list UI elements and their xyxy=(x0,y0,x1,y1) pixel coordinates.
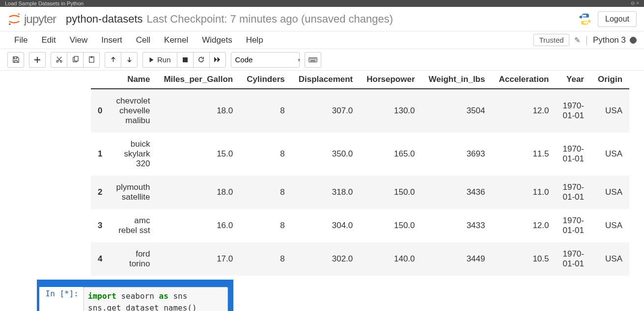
dataframe-table: NameMiles_per_GallonCylindersDisplacemen… xyxy=(91,71,629,276)
cell: 8 xyxy=(240,176,291,209)
cell: 18.0 xyxy=(157,89,240,132)
browser-tab: Load Sample Datasets in Python ⊖ × xyxy=(0,0,644,7)
cell: 3693 xyxy=(422,132,492,176)
paste-button[interactable] xyxy=(83,52,100,68)
cell: 304.0 xyxy=(292,209,360,242)
cell: 1970-01-01 xyxy=(556,209,591,242)
row-index: 4 xyxy=(91,242,109,276)
table-row: 0chevrolet chevelle malibu18.08307.0130.… xyxy=(91,89,629,132)
column-header: Year xyxy=(556,71,591,89)
column-header: Displacement xyxy=(292,71,360,89)
column-header: Horsepower xyxy=(360,71,421,89)
cell: 1970-01-01 xyxy=(556,242,591,276)
cell: 15.0 xyxy=(157,132,240,176)
cell: 12.0 xyxy=(492,209,556,242)
trusted-badge[interactable]: Trusted xyxy=(533,34,569,46)
cell: 10.5 xyxy=(492,242,556,276)
column-header: Weight_in_lbs xyxy=(422,71,492,89)
cell: chevrolet chevelle malibu xyxy=(109,89,157,132)
svg-rect-17 xyxy=(310,60,315,61)
interrupt-button[interactable] xyxy=(177,52,194,68)
cut-button[interactable] xyxy=(51,52,67,68)
svg-point-3 xyxy=(587,23,588,24)
cell: USA xyxy=(591,209,629,242)
divider: | xyxy=(586,34,588,46)
command-palette-button[interactable] xyxy=(305,52,321,68)
cell: amc rebel sst xyxy=(109,209,157,242)
kernel-indicator[interactable]: Python 3 xyxy=(593,35,637,45)
cell: 130.0 xyxy=(360,89,421,132)
cell: 1970-01-01 xyxy=(556,89,591,132)
menu-view[interactable]: View xyxy=(63,32,95,48)
restart-run-all-button[interactable] xyxy=(209,52,226,68)
cell: 18.0 xyxy=(157,176,240,209)
logout-button[interactable]: Logout xyxy=(598,11,637,27)
jupyter-logo[interactable]: jupyter xyxy=(7,12,56,26)
notebook-name[interactable]: python-datasets xyxy=(66,13,143,26)
svg-rect-7 xyxy=(74,56,78,61)
svg-rect-9 xyxy=(90,56,92,58)
svg-point-0 xyxy=(18,13,20,15)
kernel-busy-icon xyxy=(630,37,637,44)
table-row: 3amc rebel sst16.08304.0150.0343312.0197… xyxy=(91,209,629,242)
cell: 350.0 xyxy=(292,132,360,176)
column-header: Acceleration xyxy=(492,71,556,89)
notebook-area: NameMiles_per_GallonCylindersDisplacemen… xyxy=(0,71,644,311)
move-up-button[interactable] xyxy=(105,52,121,68)
tab-title: Load Sample Datasets in Python xyxy=(5,1,84,6)
cell: buick skylark 320 xyxy=(109,132,157,176)
menu-widgets[interactable]: Widgets xyxy=(195,32,239,48)
copy-button[interactable] xyxy=(67,52,84,68)
cell: 11.5 xyxy=(492,132,556,176)
cell-prompt: In [*]: xyxy=(39,287,84,311)
cell: USA xyxy=(591,89,629,132)
run-button[interactable]: Run xyxy=(142,52,177,68)
menu-file[interactable]: File xyxy=(7,32,34,48)
svg-rect-10 xyxy=(183,57,188,62)
cell: 12.0 xyxy=(492,89,556,132)
restart-button[interactable] xyxy=(193,52,210,68)
jupyter-icon xyxy=(7,13,21,26)
cell: 318.0 xyxy=(292,176,360,209)
column-header xyxy=(91,71,109,89)
tab-close-icon[interactable]: ⊖ × xyxy=(631,1,639,6)
menubar: File Edit View Insert Cell Kernel Widget… xyxy=(0,31,644,49)
svg-rect-16 xyxy=(315,58,316,59)
edit-icon[interactable]: ✎ xyxy=(574,36,581,45)
menu-edit[interactable]: Edit xyxy=(34,32,62,48)
checkpoint-info: Last Checkpoint: 7 minutes ago (unsaved … xyxy=(147,13,393,26)
table-row: 4ford torino17.08302.0140.0344910.51970-… xyxy=(91,242,629,276)
menu-cell[interactable]: Cell xyxy=(129,32,157,48)
cell: 8 xyxy=(240,209,291,242)
svg-point-2 xyxy=(583,14,584,15)
kernel-label: Python 3 xyxy=(593,35,626,45)
cell: USA xyxy=(591,176,629,209)
cell: 302.0 xyxy=(292,242,360,276)
menu-insert[interactable]: Insert xyxy=(94,32,129,48)
menu-help[interactable]: Help xyxy=(239,32,270,48)
svg-point-1 xyxy=(9,23,11,25)
python-icon xyxy=(578,12,592,26)
cell: 3504 xyxy=(422,89,492,132)
svg-rect-11 xyxy=(308,57,316,62)
cell: USA xyxy=(591,242,629,276)
celltype-select[interactable]: Code xyxy=(231,52,300,68)
code-editor[interactable]: import seaborn as sns sns.get_dataset_na… xyxy=(84,287,228,311)
save-button[interactable] xyxy=(7,52,24,68)
move-down-button[interactable] xyxy=(121,52,138,68)
cell: 3436 xyxy=(422,176,492,209)
code-cell-running[interactable]: In [*]: import seaborn as sns sns.get_da… xyxy=(37,280,233,311)
add-cell-button[interactable] xyxy=(29,52,46,68)
notebook-header: jupyter python-datasets Last Checkpoint:… xyxy=(0,7,644,31)
column-header: Origin xyxy=(591,71,629,89)
cell: 17.0 xyxy=(157,242,240,276)
cell: plymouth satellite xyxy=(109,176,157,209)
cell: 16.0 xyxy=(157,209,240,242)
cell: 3433 xyxy=(422,209,492,242)
jupyter-text: jupyter xyxy=(24,12,56,26)
menu-kernel[interactable]: Kernel xyxy=(157,32,195,48)
toolbar: Run Code xyxy=(0,49,644,71)
run-label: Run xyxy=(157,55,171,64)
cell: 165.0 xyxy=(360,132,421,176)
row-index: 1 xyxy=(91,132,109,176)
